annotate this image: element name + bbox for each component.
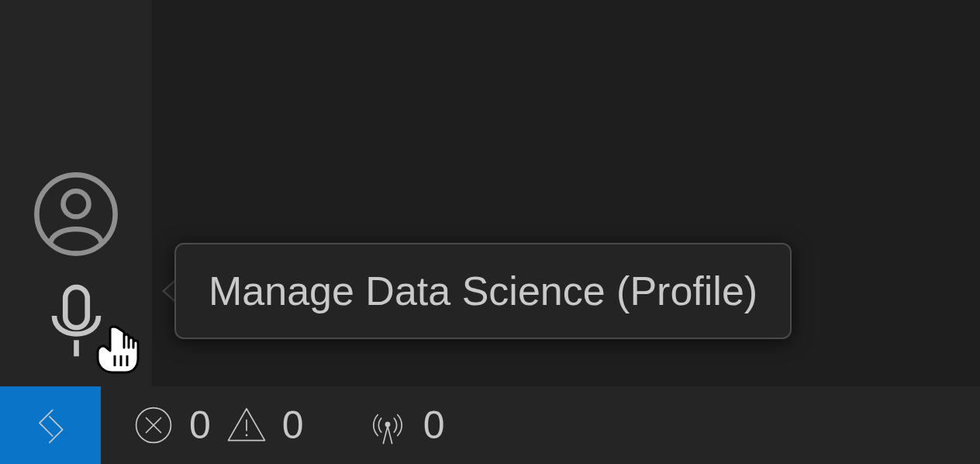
- accounts-button[interactable]: [0, 161, 152, 270]
- remote-icon: [29, 403, 72, 447]
- errors-count: 0: [189, 403, 211, 448]
- ports-status[interactable]: 0: [366, 403, 445, 448]
- manage-tooltip: Manage Data Science (Profile): [174, 243, 792, 339]
- tooltip-text: Manage Data Science (Profile): [209, 268, 757, 314]
- status-bar: 0 0 0: [0, 386, 980, 464]
- warnings-count: 0: [282, 403, 304, 448]
- microphone-icon: [40, 282, 113, 367]
- svg-line-11: [383, 426, 388, 443]
- error-icon: [132, 403, 175, 447]
- warning-icon: [225, 403, 268, 447]
- svg-point-9: [245, 434, 247, 436]
- manage-button[interactable]: [0, 270, 152, 379]
- svg-rect-2: [65, 286, 88, 327]
- antenna-icon: [366, 403, 409, 447]
- remote-indicator[interactable]: [0, 386, 101, 464]
- svg-line-12: [388, 426, 392, 443]
- person-icon: [33, 171, 119, 260]
- activity-bar: [0, 0, 152, 386]
- ports-count: 0: [423, 403, 445, 448]
- problems-status[interactable]: 0 0: [132, 403, 304, 448]
- svg-point-1: [64, 191, 89, 216]
